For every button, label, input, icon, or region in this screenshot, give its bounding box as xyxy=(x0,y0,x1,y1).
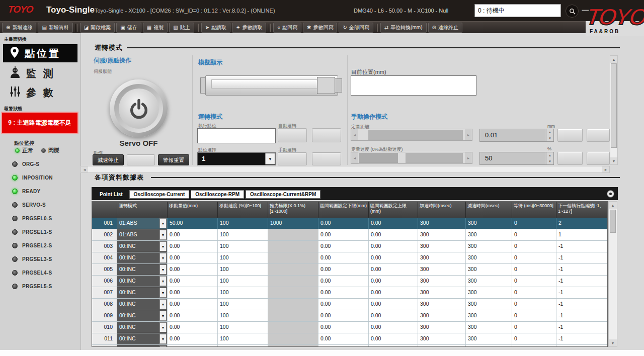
slider-left-icon[interactable]: ◄ xyxy=(351,129,358,140)
chevron-down-icon[interactable]: ▼ xyxy=(159,241,167,251)
table-cell[interactable]: 0.00 xyxy=(168,322,218,333)
table-cell[interactable]: 300 xyxy=(418,299,466,310)
table-cell[interactable]: 0.00 xyxy=(318,287,369,298)
run-mode-cell[interactable]: 00:INC▼ xyxy=(117,241,168,252)
table-cell[interactable]: 0.00 xyxy=(168,287,218,298)
chevron-down-icon[interactable]: ▼ xyxy=(159,264,167,275)
table-cell[interactable] xyxy=(268,333,318,344)
table-cell[interactable]: 1 xyxy=(556,229,608,240)
speed-spinner[interactable]: 50 ▲▼ xyxy=(479,152,554,165)
table-cell[interactable] xyxy=(268,264,318,275)
toolbar-button-read-points[interactable]: ➤點讀取 xyxy=(201,23,230,33)
auto-run-button-2[interactable] xyxy=(312,128,341,142)
jog-minus-button[interactable] xyxy=(557,152,583,165)
table-cell[interactable]: -1 xyxy=(556,322,608,333)
status-input[interactable] xyxy=(474,4,561,17)
table-cell[interactable]: 0.00 xyxy=(168,252,218,263)
table-cell[interactable]: 100 xyxy=(218,299,268,310)
table-cell[interactable]: 300 xyxy=(466,276,512,287)
table-cell[interactable]: 100 xyxy=(218,345,268,347)
row-number-cell[interactable]: 001 xyxy=(92,218,117,229)
table-cell[interactable]: 0.00 xyxy=(318,252,369,263)
table-cell[interactable]: 0 xyxy=(512,299,556,310)
row-number-cell[interactable]: 009 xyxy=(92,310,117,321)
table-cell[interactable]: 0.00 xyxy=(369,218,418,229)
table-cell[interactable]: 0 xyxy=(512,229,556,240)
table-row[interactable]: 00600:INC▼0.001000.000.003003000-1 xyxy=(92,276,607,287)
speed-slider[interactable]: ◄ ► xyxy=(351,152,472,164)
table-cell[interactable]: 2 xyxy=(556,218,608,229)
table-cell[interactable]: 300 xyxy=(418,229,466,240)
table-cell[interactable]: 300 xyxy=(466,264,512,275)
table-cell[interactable]: 0.00 xyxy=(318,241,369,252)
tab-oscilloscope-rpm[interactable]: Oscilloscope-RPM xyxy=(191,190,244,199)
table-cell[interactable]: 0 xyxy=(512,345,556,347)
table-cell[interactable]: -1 xyxy=(556,264,608,275)
table-cell[interactable]: -1 xyxy=(556,333,608,344)
chevron-down-icon[interactable]: ▼ xyxy=(159,334,167,344)
table-cell[interactable]: 0.00 xyxy=(369,276,418,287)
chevron-down-icon[interactable]: ▼ xyxy=(159,218,167,228)
jog-plus-button[interactable] xyxy=(587,152,610,165)
run-mode-cell[interactable]: 01:ABS▼ xyxy=(117,218,168,229)
spin-down-icon[interactable]: ▼ xyxy=(546,135,553,141)
table-cell[interactable]: 0 xyxy=(512,218,556,229)
chevron-down-icon[interactable]: ▼ xyxy=(159,322,167,332)
exec-point-field[interactable] xyxy=(197,128,276,143)
toolbar-button-connect[interactable]: ⊕新增連線 xyxy=(2,23,36,33)
table-row[interactable]: 01200:INC▼0.001000.000.003003000-1 xyxy=(92,345,607,347)
spin-up-icon[interactable]: ▲ xyxy=(546,129,553,135)
toolbar-button-read-params[interactable]: ✦參數讀取 xyxy=(232,23,266,33)
table-cell[interactable]: 300 xyxy=(466,299,512,310)
table-cell[interactable]: 0.00 xyxy=(318,229,369,240)
jog-plus-button[interactable] xyxy=(587,129,610,142)
table-cell[interactable]: 0.00 xyxy=(369,322,418,333)
spin-down-icon[interactable]: ▼ xyxy=(546,158,553,164)
table-cell[interactable]: -1 xyxy=(556,299,608,310)
table-cell[interactable]: 0 xyxy=(512,264,556,275)
table-cell[interactable]: 300 xyxy=(418,264,466,275)
run-mode-cell[interactable]: 01:ABS▼ xyxy=(117,229,168,240)
table-row[interactable]: 01100:INC▼0.001000.000.003003000-1 xyxy=(92,333,607,345)
table-vertical-scrollbar[interactable]: ▲ ▼ xyxy=(608,201,617,347)
table-cell[interactable]: 0.00 xyxy=(318,322,369,333)
table-cell[interactable]: -1 xyxy=(556,345,608,347)
row-number-cell[interactable]: 002 xyxy=(92,229,117,240)
table-cell[interactable]: 100 xyxy=(218,310,268,321)
disabled-action-button[interactable] xyxy=(127,154,155,165)
table-cell[interactable] xyxy=(268,287,318,298)
tab-oscilloscope-current-rpm[interactable]: Oscilloscope-Current&RPM xyxy=(246,190,320,199)
row-number-cell[interactable]: 004 xyxy=(92,252,117,263)
toolbar-button-save[interactable]: ▣儲存 xyxy=(116,23,141,33)
monitor-mode-option[interactable]: 正常 xyxy=(15,147,33,154)
toolbar-button-copy[interactable]: ▦複製 xyxy=(143,23,168,33)
table-cell[interactable]: 0.00 xyxy=(318,218,369,229)
toolbar-button-new-data[interactable]: ▤新增資料 xyxy=(38,23,72,33)
table-row[interactable]: 00400:INC▼0.001000.000.003003000-1 xyxy=(92,252,607,264)
table-cell[interactable]: 0.00 xyxy=(168,241,218,252)
row-number-cell[interactable]: 010 xyxy=(92,322,117,333)
table-cell[interactable]: 0.00 xyxy=(168,299,218,310)
table-cell[interactable]: 0.00 xyxy=(318,310,369,321)
run-mode-cell[interactable]: 00:INC▼ xyxy=(117,276,168,287)
chevron-down-icon[interactable]: ▼ xyxy=(159,299,167,309)
table-row[interactable]: 00500:INC▼0.001000.000.003003000-1 xyxy=(92,264,607,276)
decel-stop-button[interactable]: 減速停止 xyxy=(93,154,124,165)
table-cell[interactable] xyxy=(268,276,318,287)
toolbar-button-disconnect[interactable]: ⊘連線終止 xyxy=(428,23,462,33)
scroll-left-icon[interactable]: ◄ xyxy=(81,166,88,172)
table-cell[interactable]: 0.00 xyxy=(168,310,218,321)
table-cell[interactable]: 0.00 xyxy=(318,345,369,347)
table-row[interactable]: 00700:INC▼0.001000.000.003003000-1 xyxy=(92,287,607,299)
spinner-arrows[interactable]: ▲▼ xyxy=(546,152,553,164)
table-cell[interactable] xyxy=(268,241,318,252)
table-row[interactable]: 00300:INC▼0.001000.000.003003000-1 xyxy=(92,241,607,252)
scroll-up-icon[interactable]: ▲ xyxy=(609,202,617,209)
table-cell[interactable]: 300 xyxy=(418,310,466,321)
table-cell[interactable]: 300 xyxy=(418,276,466,287)
table-cell[interactable]: 0 xyxy=(512,322,556,333)
table-cell[interactable]: 300 xyxy=(418,218,466,229)
table-cell[interactable]: -1 xyxy=(556,310,608,321)
speed-slider-range[interactable] xyxy=(406,153,463,163)
table-cell[interactable]: 300 xyxy=(466,322,512,333)
